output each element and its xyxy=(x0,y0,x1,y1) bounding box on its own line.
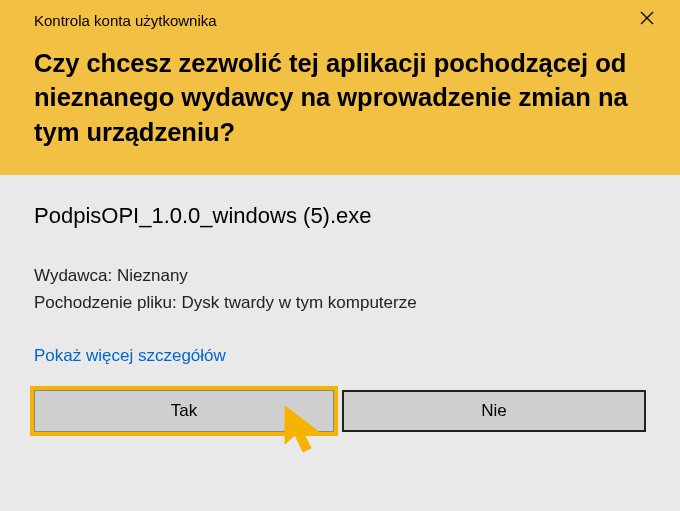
uac-heading: Czy chcesz zezwolić tej aplikacji pochod… xyxy=(34,46,662,149)
button-row: Tak Nie xyxy=(34,390,646,432)
title-row: Kontrola konta użytkownika xyxy=(34,8,662,32)
close-icon xyxy=(640,10,654,30)
body-area: PodpisOPI_1.0.0_windows (5).exe Wydawca:… xyxy=(0,175,680,511)
origin-line: Pochodzenie pliku: Dysk twardy w tym kom… xyxy=(34,290,646,316)
no-button[interactable]: Nie xyxy=(342,390,646,432)
publisher-line: Wydawca: Nieznany xyxy=(34,263,646,289)
details-block: Wydawca: Nieznany Pochodzenie pliku: Dys… xyxy=(34,263,646,316)
yes-button-wrap: Tak xyxy=(34,390,334,432)
uac-dialog: Kontrola konta użytkownika Czy chcesz ze… xyxy=(0,0,680,511)
header-band: Kontrola konta użytkownika Czy chcesz ze… xyxy=(0,0,680,175)
app-name: PodpisOPI_1.0.0_windows (5).exe xyxy=(34,203,646,229)
window-title: Kontrola konta użytkownika xyxy=(34,12,217,29)
show-more-link[interactable]: Pokaż więcej szczegółów xyxy=(34,346,226,366)
close-button[interactable] xyxy=(632,8,662,32)
yes-button[interactable]: Tak xyxy=(34,390,334,432)
